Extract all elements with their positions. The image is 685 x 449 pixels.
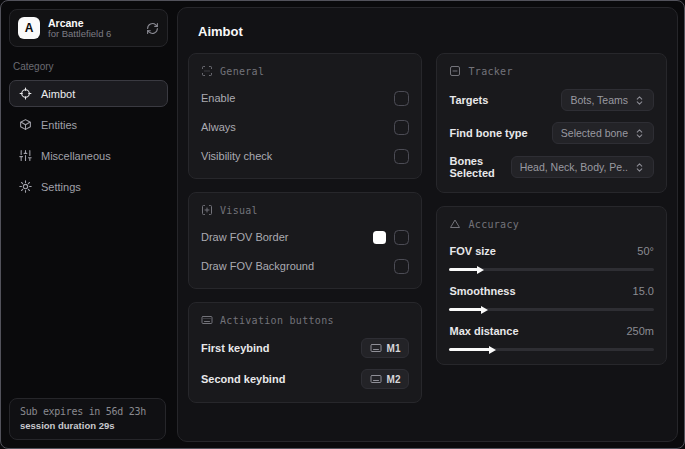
activation-buttons-card: Activation buttons First keybind M1 Seco… xyxy=(188,302,422,403)
activation-card-header: Activation buttons xyxy=(201,314,409,326)
card-title: Visual xyxy=(220,205,258,216)
session-duration-text: session duration 29s xyxy=(20,420,155,431)
sidebar-item-label: Miscellaneous xyxy=(41,150,111,162)
row-label: Enable xyxy=(201,92,235,104)
row-label: Bones Selected xyxy=(449,155,510,179)
app-window: A Arcane for Battlefield 6 Category Aimb… xyxy=(0,0,685,449)
row-label: Visibility check xyxy=(201,150,272,162)
row-controls xyxy=(373,230,409,245)
setting-row-second-keybind: Second keybind M2 xyxy=(201,369,409,389)
sidebar-item-label: Settings xyxy=(41,181,81,193)
card-title: Activation buttons xyxy=(220,315,334,326)
row-label: Find bone type xyxy=(449,127,527,139)
setting-row-bones-selected: Bones Selected Head, Neck, Body, Pe.. xyxy=(449,155,654,179)
first-keybind-button[interactable]: M1 xyxy=(361,338,410,358)
slider-label-row: FOV size 50° xyxy=(449,242,654,260)
cube-icon xyxy=(19,118,32,131)
max-distance-setting: Max distance 250m xyxy=(449,322,654,351)
sliders-icon xyxy=(19,149,32,162)
general-card-header: General xyxy=(201,65,409,77)
visual-card-header: Visual xyxy=(201,204,409,216)
card-title: Accuracy xyxy=(468,219,519,230)
setting-row-find-bone-type: Find bone type Selected bone xyxy=(449,122,654,144)
keyboard-icon xyxy=(370,373,382,385)
enable-checkbox[interactable] xyxy=(394,91,409,106)
setting-row-visibility-check: Visibility check xyxy=(201,147,409,165)
visibility-check-checkbox[interactable] xyxy=(394,149,409,164)
row-label: Max distance xyxy=(449,325,518,337)
app-subtitle: for Battlefield 6 xyxy=(48,29,138,40)
slider-fill xyxy=(449,268,478,271)
keyboard-icon xyxy=(370,342,382,354)
setting-row-targets: Targets Bots, Teams xyxy=(449,89,654,111)
sidebar-item-entities[interactable]: Entities xyxy=(9,111,168,138)
left-column: General Enable Always Visibility check xyxy=(188,53,422,403)
row-label: Draw FOV Border xyxy=(201,231,288,243)
setting-row-always: Always xyxy=(201,118,409,136)
fov-border-color-swatch[interactable] xyxy=(373,231,386,244)
sidebar-item-label: Aimbot xyxy=(41,88,75,100)
find-bone-type-select[interactable]: Selected bone xyxy=(552,122,654,144)
row-label: Draw FOV Background xyxy=(201,260,314,272)
sidebar: A Arcane for Battlefield 6 Category Aimb… xyxy=(1,1,176,448)
tracker-card-header: Tracker xyxy=(449,65,654,77)
slider-fill xyxy=(449,308,482,311)
slider-label-row: Smoothness 15.0 xyxy=(449,282,654,300)
tracker-card: Tracker Targets Bots, Teams Find bone ty… xyxy=(436,53,667,193)
second-keybind-button[interactable]: M2 xyxy=(361,369,410,389)
slider-value: 50° xyxy=(637,245,654,257)
triangle-icon xyxy=(449,218,461,230)
row-label: Targets xyxy=(449,94,488,106)
square-minus-icon xyxy=(449,65,461,77)
accuracy-card: Accuracy FOV size 50° xyxy=(436,206,667,365)
slider-value: 250m xyxy=(626,325,654,337)
sidebar-nav: Aimbot Entities Miscellaneous Settings xyxy=(9,80,168,200)
slider-thumb[interactable] xyxy=(477,266,484,274)
slider-label-row: Max distance 250m xyxy=(449,322,654,340)
frame-plus-icon xyxy=(201,204,213,216)
targets-select[interactable]: Bots, Teams xyxy=(561,89,654,111)
card-title: General xyxy=(220,66,264,77)
chevrons-up-down-icon xyxy=(634,128,645,139)
page-title: Aimbot xyxy=(198,24,667,39)
sidebar-item-settings[interactable]: Settings xyxy=(9,173,168,200)
setting-row-draw-fov-background: Draw FOV Background xyxy=(201,257,409,275)
setting-row-first-keybind: First keybind M1 xyxy=(201,338,409,358)
smoothness-slider[interactable] xyxy=(449,308,654,311)
select-value: Bots, Teams xyxy=(570,94,628,106)
draw-fov-border-checkbox[interactable] xyxy=(394,230,409,245)
row-label: FOV size xyxy=(449,245,495,257)
sidebar-item-aimbot[interactable]: Aimbot xyxy=(9,80,168,107)
row-label: First keybind xyxy=(201,342,269,354)
slider-thumb[interactable] xyxy=(489,346,496,354)
refresh-icon[interactable] xyxy=(146,22,159,35)
sidebar-item-miscellaneous[interactable]: Miscellaneous xyxy=(9,142,168,169)
draw-fov-background-checkbox[interactable] xyxy=(394,259,409,274)
crosshair-icon xyxy=(19,87,32,100)
select-value: Head, Neck, Body, Pe.. xyxy=(520,161,628,173)
slider-value: 15.0 xyxy=(633,285,654,297)
row-label: Smoothness xyxy=(449,285,515,297)
scan-icon xyxy=(201,65,213,77)
category-label: Category xyxy=(13,61,164,72)
app-logo: A xyxy=(18,17,40,39)
right-column: Tracker Targets Bots, Teams Find bone ty… xyxy=(436,53,667,365)
accuracy-card-header: Accuracy xyxy=(449,218,654,230)
fov-size-slider[interactable] xyxy=(449,268,654,271)
brand-card: A Arcane for Battlefield 6 xyxy=(9,9,168,47)
subscription-card: Sub expires in 56d 23h session duration … xyxy=(9,398,166,440)
setting-row-enable: Enable xyxy=(201,89,409,107)
keybind-value: M1 xyxy=(387,343,401,354)
keyboard-icon xyxy=(201,314,213,326)
content-columns: General Enable Always Visibility check xyxy=(188,53,667,403)
always-checkbox[interactable] xyxy=(394,120,409,135)
max-distance-slider[interactable] xyxy=(449,348,654,351)
brand-text: Arcane for Battlefield 6 xyxy=(48,17,138,40)
sub-expiry-text: Sub expires in 56d 23h xyxy=(20,406,155,417)
sidebar-item-label: Entities xyxy=(41,119,77,131)
app-name: Arcane xyxy=(48,17,138,29)
slider-thumb[interactable] xyxy=(481,306,488,314)
bones-selected-select[interactable]: Head, Neck, Body, Pe.. xyxy=(511,156,654,178)
chevrons-up-down-icon xyxy=(634,162,645,173)
fov-size-setting: FOV size 50° xyxy=(449,242,654,271)
